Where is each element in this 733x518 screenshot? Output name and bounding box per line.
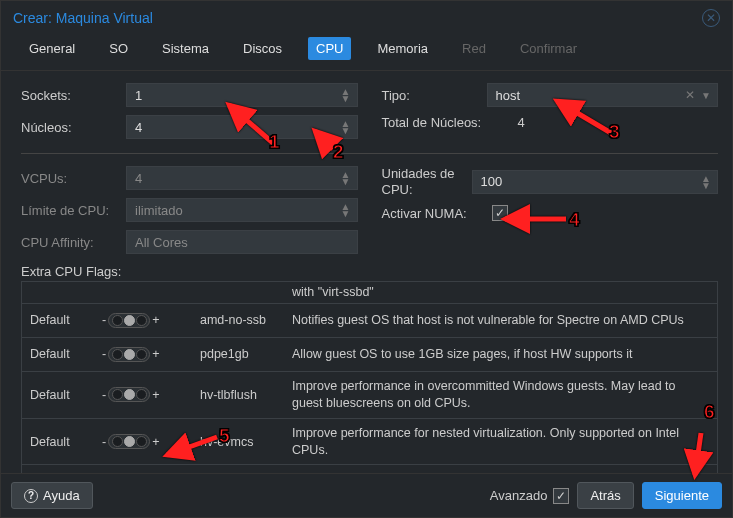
tipo-label: Tipo:	[382, 88, 487, 103]
limite-value: ilimitado	[135, 203, 183, 218]
flag-tristate[interactable]: - +	[102, 313, 200, 328]
sockets-input[interactable]: 1 ▲▼	[126, 83, 358, 107]
unidades-input[interactable]: 100 ▲▼	[472, 170, 719, 194]
flag-row: Default- +hv-tlbflushImprove performance…	[22, 371, 717, 418]
tab-memoria[interactable]: Memoria	[369, 37, 436, 60]
flag-name: hv-evmcs	[200, 435, 292, 449]
flag-desc: Improve performance for nested virtualiz…	[292, 425, 709, 459]
flag-tristate[interactable]: - +	[102, 347, 200, 362]
flag-state: Default	[30, 313, 102, 327]
flag-row: Default- +pdpe1gbAllow guest OS to use 1…	[22, 337, 717, 371]
total-value: 4	[512, 115, 525, 130]
spinner-icon[interactable]: ▲▼	[341, 88, 351, 102]
unidades-value: 100	[481, 174, 503, 189]
flag-name: hv-tlbflush	[200, 388, 292, 402]
flag-desc: with "virt-ssbd"	[292, 284, 709, 301]
tab-red: Red	[454, 37, 494, 60]
vcpus-label: VCPUs:	[21, 171, 126, 186]
numa-checkbox[interactable]: ✓	[492, 205, 508, 221]
tab-general[interactable]: General	[21, 37, 83, 60]
spinner-icon[interactable]: ▲▼	[701, 175, 711, 189]
flags-table: with "virt-ssbd" Default- +amd-no-ssbNot…	[21, 281, 718, 473]
vcpus-value: 4	[135, 171, 142, 186]
wizard-tabs: General SO Sistema Discos CPU Memoria Re…	[1, 31, 732, 71]
advanced-checkbox[interactable]: ✓	[553, 488, 569, 504]
dialog-title: Crear: Maquina Virtual	[13, 10, 153, 26]
tab-confirmar: Confirmar	[512, 37, 585, 60]
help-icon: ?	[24, 489, 38, 503]
flag-tristate[interactable]: - +	[102, 434, 200, 449]
clear-icon[interactable]: ✕	[685, 88, 695, 102]
dialog-footer: ? Ayuda Avanzado ✓ Atrás Siguiente	[1, 473, 732, 517]
affinity-input[interactable]: All Cores	[126, 230, 358, 254]
tipo-value: host	[496, 88, 521, 103]
nucleos-label: Núcleos:	[21, 120, 126, 135]
back-button[interactable]: Atrás	[577, 482, 633, 509]
titlebar: Crear: Maquina Virtual ✕	[1, 1, 732, 31]
next-label: Siguiente	[655, 488, 709, 503]
total-label: Total de Núcleos:	[382, 115, 512, 130]
chevron-down-icon[interactable]: ▼	[701, 92, 711, 99]
unidades-label: Unidades de CPU:	[382, 166, 472, 197]
flag-state: Default	[30, 388, 102, 402]
divider	[21, 153, 718, 154]
sockets-label: Sockets:	[21, 88, 126, 103]
affinity-value: All Cores	[135, 235, 188, 250]
sockets-value: 1	[135, 88, 142, 103]
nucleos-value: 4	[135, 120, 142, 135]
help-label: Ayuda	[43, 488, 80, 503]
spinner-icon[interactable]: ▲▼	[341, 171, 351, 185]
flag-name: pdpe1gb	[200, 347, 292, 361]
flag-row: Default- +amd-no-ssbNotifies guest OS th…	[22, 303, 717, 337]
flag-desc: Improve performance in overcommitted Win…	[292, 378, 709, 412]
flag-name: amd-no-ssb	[200, 313, 292, 327]
spinner-icon[interactable]: ▲▼	[341, 203, 351, 217]
extra-flags-label: Extra CPU Flags:	[21, 264, 718, 279]
tab-sistema[interactable]: Sistema	[154, 37, 217, 60]
numa-label: Activar NUMA:	[382, 206, 492, 221]
limite-input[interactable]: ilimitado ▲▼	[126, 198, 358, 222]
back-label: Atrás	[590, 488, 620, 503]
flag-row-partial: with "virt-ssbd"	[22, 282, 717, 303]
flag-row: On- +aesActivate AES instruction set for…	[22, 464, 717, 473]
tab-content: Sockets: 1 ▲▼ Núcleos: 4 ▲▼	[1, 71, 732, 473]
close-icon[interactable]: ✕	[702, 9, 720, 27]
create-vm-dialog: Crear: Maquina Virtual ✕ General SO Sist…	[0, 0, 733, 518]
affinity-label: CPU Affinity:	[21, 235, 126, 250]
tipo-input[interactable]: host ✕ ▼	[487, 83, 719, 107]
advanced-toggle[interactable]: Avanzado ✓	[490, 488, 570, 504]
flag-state: Default	[30, 347, 102, 361]
advanced-label: Avanzado	[490, 488, 548, 503]
tab-so[interactable]: SO	[101, 37, 136, 60]
flag-desc: Notifies guest OS that host is not vulne…	[292, 312, 709, 329]
tab-discos[interactable]: Discos	[235, 37, 290, 60]
tab-cpu[interactable]: CPU	[308, 37, 351, 60]
flag-tristate[interactable]: - +	[102, 387, 200, 402]
flag-state: Default	[30, 435, 102, 449]
help-button[interactable]: ? Ayuda	[11, 482, 93, 509]
flag-row: Default- +hv-evmcsImprove performance fo…	[22, 418, 717, 465]
nucleos-input[interactable]: 4 ▲▼	[126, 115, 358, 139]
next-button[interactable]: Siguiente	[642, 482, 722, 509]
flag-desc: Allow guest OS to use 1GB size pages, if…	[292, 346, 709, 363]
vcpus-input[interactable]: 4 ▲▼	[126, 166, 358, 190]
spinner-icon[interactable]: ▲▼	[341, 120, 351, 134]
limite-label: Límite de CPU:	[21, 203, 126, 218]
